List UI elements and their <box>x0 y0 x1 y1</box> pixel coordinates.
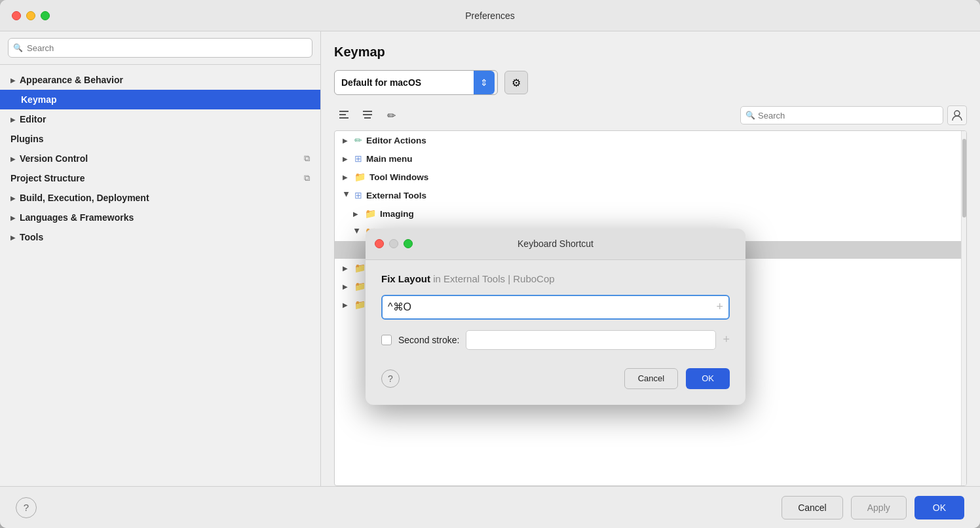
chevron-right-icon: ▶ <box>10 195 16 202</box>
copy-icon: ⧉ <box>304 173 310 183</box>
chevron-down-icon: ▶ <box>354 228 361 236</box>
modal-minimize-button[interactable] <box>389 239 398 248</box>
tree-item-editor-actions[interactable]: ▶ ✏ Editor Actions <box>335 131 966 149</box>
sidebar-item-editor[interactable]: ▶ Editor <box>0 109 320 129</box>
chevron-right-icon: ▶ <box>343 155 350 162</box>
keymap-gear-button[interactable]: ⚙ <box>504 71 528 94</box>
maximize-button[interactable] <box>41 11 50 20</box>
second-stroke-label: Second stroke: <box>398 335 459 345</box>
keyboard-shortcut-modal: Keyboard Shortcut Fix Layout in External… <box>366 229 745 405</box>
edit-icon: ✏ <box>354 135 362 145</box>
scrollbar-track[interactable] <box>961 131 966 485</box>
folder-icon: 📁 <box>354 299 366 310</box>
person-filter-button[interactable] <box>947 105 967 125</box>
folder-icon: 📁 <box>354 281 366 292</box>
expand-all-button[interactable] <box>334 105 354 125</box>
sidebar-search-wrapper: 🔍 <box>0 31 320 65</box>
folder-grid-icon: ⊞ <box>354 153 362 164</box>
keymap-toolbar: ✏ 🔍 <box>334 105 967 125</box>
tree-item-label: Editor Actions <box>366 136 426 145</box>
tree-item-tool-windows[interactable]: ▶ 📁 Tool Windows <box>335 168 966 186</box>
sidebar-item-label: Appearance & Behavior <box>20 75 123 85</box>
modal-cancel-button[interactable]: Cancel <box>624 368 678 389</box>
keymap-search-input[interactable] <box>740 106 943 124</box>
sidebar-item-plugins[interactable]: Plugins <box>0 129 320 149</box>
keymap-dropdown-wrapper: Default for macOS ⇕ <box>334 70 498 95</box>
modal-body: Fix Layout in External Tools | RuboCop ^… <box>366 260 745 405</box>
sidebar-search-field-wrapper: 🔍 <box>8 38 312 58</box>
search-icon: 🔍 <box>745 111 755 120</box>
modal-close-button[interactable] <box>375 239 384 248</box>
modal-ok-button[interactable]: OK <box>686 368 730 389</box>
sidebar-item-list: ▶ Appearance & Behavior Keymap ▶ Editor … <box>0 65 320 486</box>
folder-icon: 📁 <box>354 172 366 182</box>
edit-shortcut-button[interactable]: ✏ <box>381 105 401 125</box>
chevron-right-icon: ▶ <box>10 214 16 221</box>
add-second-stroke-icon[interactable]: + <box>723 333 730 347</box>
modal-traffic-lights <box>375 239 413 248</box>
add-shortcut-icon[interactable]: + <box>716 300 723 314</box>
shortcut-input-row: ^⌘O + <box>381 295 730 320</box>
tree-item-main-menu[interactable]: ▶ ⊞ Main menu <box>335 149 966 168</box>
minimize-button[interactable] <box>26 11 35 20</box>
modal-context-path: in External Tools | RuboCop <box>433 273 554 284</box>
second-stroke-input[interactable] <box>466 330 716 350</box>
sidebar-search-input[interactable] <box>8 38 312 58</box>
chevron-right-icon: ▶ <box>343 283 350 290</box>
preferences-window: Preferences 🔍 ▶ Appearance & Behavior Ke… <box>0 0 980 528</box>
sidebar-item-project-structure[interactable]: Project Structure ⧉ <box>0 168 320 188</box>
chevron-right-icon: ▶ <box>343 174 350 181</box>
chevron-right-icon: ▶ <box>10 77 16 84</box>
scrollbar-thumb[interactable] <box>962 139 966 217</box>
svg-rect-4 <box>363 114 372 115</box>
modal-help-button[interactable]: ? <box>381 369 400 388</box>
keymap-selector-row: Default for macOS ⇕ ⚙ <box>334 70 967 95</box>
sidebar-item-tools[interactable]: ▶ Tools <box>0 227 320 247</box>
ok-button[interactable]: OK <box>914 496 964 519</box>
tree-item-label: Tool Windows <box>369 172 428 182</box>
svg-rect-2 <box>339 117 349 119</box>
keymap-dropdown[interactable]: Default for macOS <box>335 71 479 94</box>
svg-point-6 <box>954 111 960 116</box>
window-title: Preferences <box>465 10 514 21</box>
collapse-all-button[interactable] <box>358 105 377 125</box>
sidebar-item-label: Languages & Frameworks <box>20 212 134 223</box>
toolbar-search-area: 🔍 <box>740 105 967 125</box>
cancel-button[interactable]: Cancel <box>782 496 843 519</box>
folder-grid-icon: ⊞ <box>354 190 362 200</box>
second-stroke-checkbox[interactable] <box>381 335 392 345</box>
traffic-lights <box>12 11 50 20</box>
tree-item-label: Main menu <box>366 154 413 164</box>
chevron-right-icon: ▶ <box>10 116 16 123</box>
svg-rect-5 <box>364 117 371 119</box>
tree-item-label: External Tools <box>366 191 426 200</box>
sidebar-item-keymap[interactable]: Keymap <box>0 90 320 109</box>
sidebar-item-appearance[interactable]: ▶ Appearance & Behavior <box>0 70 320 90</box>
chevron-right-icon: ▶ <box>10 234 16 241</box>
modal-title: Keyboard Shortcut <box>518 238 594 249</box>
modal-title-bar: Keyboard Shortcut <box>366 229 745 260</box>
sidebar-item-languages[interactable]: ▶ Languages & Frameworks <box>0 208 320 227</box>
svg-rect-3 <box>363 111 372 112</box>
modal-context: Fix Layout in External Tools | RuboCop <box>381 273 730 284</box>
chevron-right-icon: ▶ <box>10 155 16 162</box>
svg-rect-0 <box>339 111 349 112</box>
sidebar: 🔍 ▶ Appearance & Behavior Keymap ▶ Edito… <box>0 31 321 486</box>
sidebar-item-build[interactable]: ▶ Build, Execution, Deployment <box>0 188 320 208</box>
sidebar-search-icon: 🔍 <box>13 43 23 52</box>
tree-item-external-tools[interactable]: ▶ ⊞ External Tools <box>335 186 966 204</box>
close-button[interactable] <box>12 11 21 20</box>
sidebar-item-label: Tools <box>20 232 43 242</box>
svg-rect-1 <box>339 114 346 115</box>
sidebar-item-label: Version Control <box>20 153 88 164</box>
tree-item-imaging[interactable]: ▶ 📁 Imaging <box>335 204 966 223</box>
sidebar-item-version-control[interactable]: ▶ Version Control ⧉ <box>0 149 320 168</box>
keymap-dropdown-arrows[interactable]: ⇕ <box>474 71 495 94</box>
modal-context-name: Fix Layout <box>381 273 430 284</box>
second-stroke-row: Second stroke: + <box>381 330 730 350</box>
modal-maximize-button[interactable] <box>404 239 413 248</box>
apply-button[interactable]: Apply <box>851 496 907 519</box>
folder-icon: 📁 <box>354 263 366 273</box>
chevron-right-icon: ▶ <box>343 137 350 144</box>
help-button[interactable]: ? <box>16 497 37 518</box>
